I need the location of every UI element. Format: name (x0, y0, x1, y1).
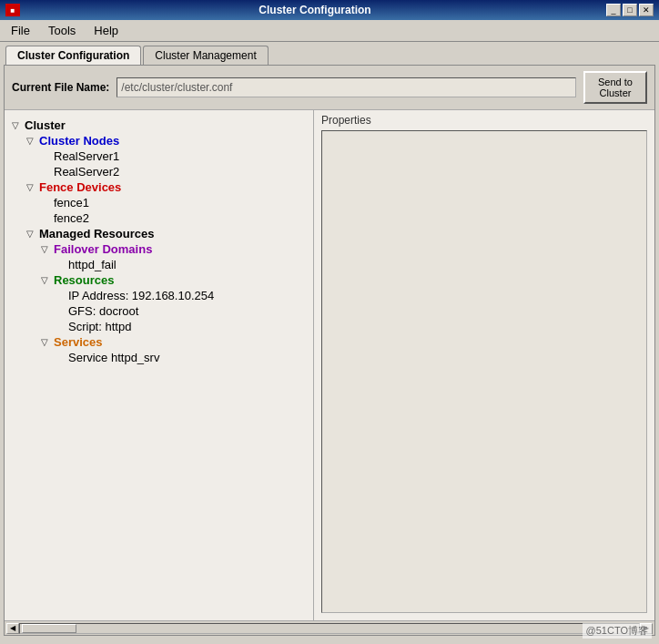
tree-fence2[interactable]: fence2 (41, 210, 309, 226)
file-row: Current File Name: Send to Cluster (5, 66, 654, 110)
window-title: Cluster Configuration (24, 4, 606, 16)
tree-managed-resources[interactable]: ▽ Managed Resources (26, 226, 309, 241)
cluster-label: Cluster (25, 118, 66, 132)
content-area: ▽ Cluster ▽ Cluster Nodes RealServer1 Re… (5, 110, 654, 620)
ip-address-label: IP Address: 192.168.10.254 (68, 289, 214, 302)
hscroll-thumb[interactable] (22, 624, 76, 633)
properties-label: Properties (314, 110, 654, 130)
file-label: Current File Name: (12, 81, 109, 94)
scroll-left-arrow[interactable]: ◀ (6, 623, 19, 634)
tree-gfs[interactable]: GFS: docroot (56, 303, 309, 319)
tree-cluster[interactable]: ▽ Cluster (12, 118, 309, 133)
tree-services[interactable]: ▽ Services (41, 334, 309, 350)
cluster-nodes-toggle: ▽ (26, 136, 39, 146)
cluster-toggle: ▽ (12, 120, 25, 130)
tree-realserver2[interactable]: RealServer2 (41, 164, 309, 179)
properties-box (321, 130, 647, 613)
managed-resources-label: Managed Resources (39, 227, 154, 240)
tree-resources[interactable]: ▽ Resources (41, 272, 309, 288)
fence2-label: fence2 (54, 211, 89, 225)
cluster-nodes-label: Cluster Nodes (39, 134, 119, 148)
failover-domains-label: Failover Domains (54, 242, 152, 256)
window-controls: _ □ ✕ (606, 4, 654, 16)
tab-cluster-configuration[interactable]: Cluster Configuration (5, 46, 141, 65)
tree-panel: ▽ Cluster ▽ Cluster Nodes RealServer1 Re… (5, 110, 314, 620)
tree-ip-address[interactable]: IP Address: 192.168.10.254 (56, 288, 309, 303)
tree-realserver1[interactable]: RealServer1 (41, 148, 309, 164)
fence1-label: fence1 (54, 196, 89, 210)
tab-cluster-management[interactable]: Cluster Management (143, 46, 268, 65)
tabs-bar: Cluster Configuration Cluster Management (0, 42, 659, 65)
send-to-cluster-button[interactable]: Send to Cluster (583, 71, 647, 104)
close-button[interactable]: ✕ (639, 4, 654, 16)
fence-devices-toggle: ▽ (26, 182, 39, 192)
script-label: Script: httpd (68, 320, 131, 333)
tree-fence-devices[interactable]: ▽ Fence Devices (26, 179, 309, 195)
title-bar: ■ Cluster Configuration _ □ ✕ (0, 0, 659, 20)
managed-resources-toggle: ▽ (26, 229, 39, 239)
tree-script[interactable]: Script: httpd (56, 319, 309, 334)
file-input[interactable] (117, 77, 576, 97)
window-icon: ■ (5, 4, 20, 16)
tree-httpd-fail[interactable]: httpd_fail (56, 257, 309, 272)
services-label: Services (54, 335, 103, 349)
resources-label: Resources (54, 273, 114, 287)
services-toggle: ▽ (41, 337, 54, 347)
tree-cluster-nodes[interactable]: ▽ Cluster Nodes (26, 133, 309, 148)
failover-domains-toggle: ▽ (41, 244, 54, 254)
tree-failover-domains[interactable]: ▽ Failover Domains (41, 241, 309, 257)
menu-help[interactable]: Help (86, 22, 126, 39)
tree-inner: ▽ Cluster ▽ Cluster Nodes RealServer1 Re… (5, 110, 313, 373)
hscroll-track[interactable] (19, 623, 640, 634)
watermark: @51CTO博客 (583, 623, 652, 639)
menu-bar: File Tools Help (0, 20, 659, 42)
tree-service-httpd[interactable]: Service httpd_srv (56, 350, 309, 365)
bottom-scrollbar[interactable]: ◀ ▶ (5, 620, 654, 635)
httpd-fail-label: httpd_fail (68, 258, 117, 271)
minimize-button[interactable]: _ (606, 4, 621, 16)
properties-panel: Properties (314, 110, 654, 620)
menu-file[interactable]: File (4, 22, 37, 39)
service-httpd-label: Service httpd_srv (68, 351, 159, 364)
menu-tools[interactable]: Tools (41, 22, 83, 39)
tree-fence1[interactable]: fence1 (41, 195, 309, 210)
resources-toggle: ▽ (41, 275, 54, 285)
realserver1-label: RealServer1 (54, 149, 119, 163)
gfs-label: GFS: docroot (68, 304, 138, 318)
fence-devices-label: Fence Devices (39, 180, 121, 194)
maximize-button[interactable]: □ (623, 4, 637, 16)
realserver2-label: RealServer2 (54, 165, 119, 179)
main-content: Current File Name: Send to Cluster ▽ Clu… (4, 65, 655, 636)
